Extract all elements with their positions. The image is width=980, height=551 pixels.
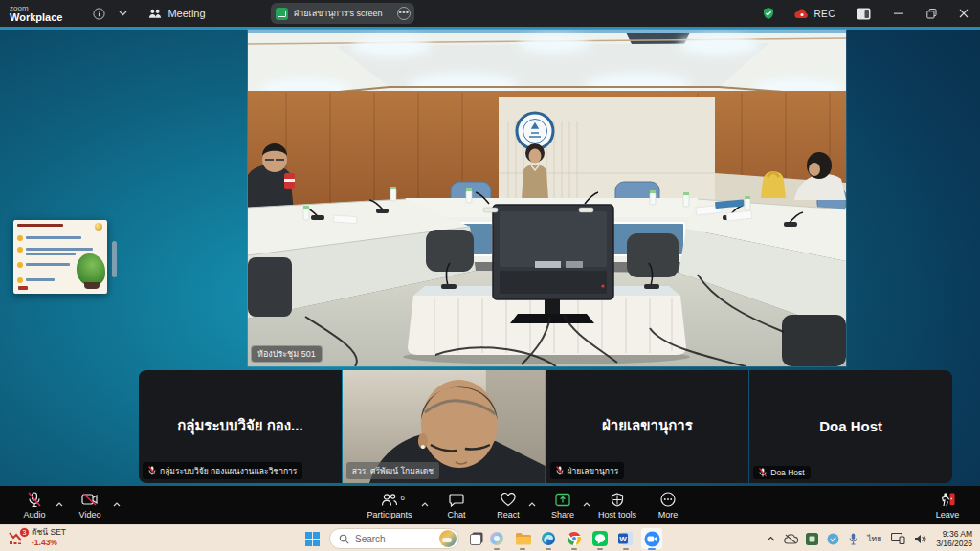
meeting-tab-label: Meeting — [167, 8, 205, 19]
widget-change: -1.43% — [32, 538, 66, 548]
thumb-plant-image — [77, 253, 105, 286]
info-icon[interactable] — [93, 8, 105, 20]
thumbnail-panel-handle[interactable] — [112, 241, 117, 277]
participant-name-pill: กลุ่มระบบวิจัย กองแผนงานและวิชาการ — [143, 462, 302, 479]
search-icon — [339, 534, 349, 544]
participant-display-name: Doa Host — [749, 418, 952, 434]
video-button[interactable]: Video — [68, 488, 112, 522]
line-app-icon[interactable] — [589, 527, 612, 550]
thumb-text-line — [26, 263, 70, 266]
more-button[interactable]: More — [647, 488, 689, 522]
participants-button[interactable]: 6 Participants — [359, 488, 420, 522]
share-screen-icon — [555, 491, 570, 508]
participant-name-pill: สวร. ศรีพัฒน์ โกมลเดช — [346, 462, 439, 479]
tray-app-green-icon[interactable] — [801, 533, 822, 545]
muted-mic-icon — [148, 466, 156, 475]
title-bar: zoom Workplace Meeting ฝ่ายเลขานุการ's s… — [0, 0, 980, 27]
more-ellipsis-icon — [660, 491, 676, 508]
react-options-chevron[interactable] — [528, 494, 536, 511]
close-button[interactable] — [947, 0, 980, 27]
shield-icon — [611, 491, 624, 508]
leave-door-icon — [940, 491, 956, 508]
pill-more-icon[interactable]: ••• — [397, 7, 411, 20]
zoom-workplace-logo: zoom Workplace — [10, 5, 62, 23]
tray-microphone-icon[interactable] — [843, 533, 862, 545]
participant-tile-speaker-video[interactable]: สวร. ศรีพัฒน์ โกมลเดช — [343, 370, 546, 483]
meeting-toolbar: Audio Video 6 Participants — [0, 486, 980, 524]
widget-badge: 3 — [19, 527, 30, 538]
participants-label: Participants — [367, 510, 412, 519]
participant-tile-doa-host[interactable]: Doa Host Doa Host — [749, 370, 952, 483]
participants-options-chevron[interactable] — [421, 494, 429, 511]
view-layout-icon[interactable] — [845, 0, 882, 27]
zoom-workplace-window: zoom Workplace Meeting ฝ่ายเลขานุการ's s… — [0, 0, 980, 551]
tray-time: 9:36 AM — [936, 529, 972, 539]
thumb-bullet — [17, 262, 23, 268]
host-tools-button[interactable]: Host tools — [586, 488, 649, 522]
recording-indicator[interactable]: REC — [785, 0, 845, 27]
participant-name-text: Doa Host — [770, 468, 804, 477]
participant-name-text: กลุ่มระบบวิจัย กองแผนงานและวิชาการ — [160, 464, 297, 477]
mic-muted-icon — [27, 491, 42, 508]
chat-label: Chat — [447, 510, 465, 519]
more-label: More — [658, 510, 679, 519]
tray-security-check-icon[interactable] — [822, 533, 843, 545]
participant-filmstrip: กลุ่มระบบวิจัย กอง... กลุ่มระบบวิจัย กอง… — [139, 370, 952, 483]
onedrive-paused-icon[interactable] — [780, 534, 801, 544]
share-label: Share — [551, 510, 574, 519]
minimize-button[interactable] — [882, 0, 915, 27]
participant-tile-research-group[interactable]: กลุ่มระบบวิจัย กอง... กลุ่มระบบวิจัย กอง… — [139, 370, 342, 483]
audio-button[interactable]: Audio — [12, 488, 56, 522]
encryption-shield-icon[interactable] — [752, 0, 785, 27]
video-label: Video — [79, 510, 101, 519]
tray-language-indicator[interactable]: ไทย — [862, 532, 886, 545]
shared-screen-video[interactable]: ห้องประชุม 501 — [248, 30, 846, 366]
participants-icon: 6 — [381, 491, 398, 508]
thumb-logo — [95, 223, 102, 231]
tray-volume-icon[interactable] — [909, 534, 930, 544]
react-button[interactable]: React — [487, 488, 529, 522]
taskbar-stock-widget[interactable]: 3 ดัชนี SET -1.43% — [8, 527, 66, 547]
audio-options-chevron[interactable] — [56, 494, 63, 511]
logo-line-workplace: Workplace — [10, 12, 62, 23]
svg-text:W: W — [619, 535, 627, 543]
presentation-thumbnail[interactable] — [13, 220, 107, 294]
zoom-app-icon[interactable] — [640, 527, 663, 550]
leave-label: Leave — [936, 510, 960, 519]
tray-clock[interactable]: 9:36 AM 3/16/2026 — [930, 529, 980, 548]
chrome-app-icon[interactable] — [563, 527, 586, 550]
word-app-icon[interactable]: W — [614, 527, 637, 550]
react-label: React — [497, 510, 520, 519]
heart-icon — [501, 491, 516, 508]
participant-tile-secretariat[interactable]: ฝ่ายเลขานุการ ฝ่ายเลขานุการ — [546, 370, 749, 483]
chat-button[interactable]: Chat — [435, 488, 478, 522]
copilot-app-icon[interactable] — [485, 527, 508, 550]
tab-meeting[interactable]: Meeting — [148, 8, 205, 19]
windows-taskbar: 3 ดัชนี SET -1.43% Search — [0, 524, 980, 551]
tray-cast-icon[interactable] — [886, 533, 909, 544]
screen-share-icon — [276, 8, 288, 20]
widget-title: ดัชนี SET — [32, 527, 66, 538]
chat-icon — [449, 491, 464, 508]
tray-date: 3/16/2026 — [936, 539, 972, 548]
share-button[interactable]: Share — [542, 488, 584, 522]
participant-name-text: ฝ่ายเลขานุการ — [568, 464, 619, 477]
thumb-text-line — [26, 236, 81, 239]
thumb-bullet — [17, 235, 23, 241]
restore-button[interactable] — [915, 0, 947, 27]
rec-label: REC — [813, 9, 835, 19]
conference-room-scene — [248, 30, 846, 366]
edge-app-icon[interactable] — [537, 527, 560, 550]
leave-button[interactable]: Leave — [924, 488, 970, 522]
start-button[interactable] — [301, 527, 323, 550]
file-explorer-app-icon[interactable] — [511, 527, 534, 550]
rec-cloud-icon — [794, 9, 810, 19]
taskbar-search[interactable]: Search — [329, 528, 459, 549]
chevron-down-icon[interactable] — [119, 11, 127, 16]
tray-show-hidden-icons[interactable] — [761, 536, 780, 541]
video-options-chevron[interactable] — [113, 494, 121, 511]
shared-screen-title: ฝ่ายเลขานุการ's screen — [294, 7, 397, 20]
participant-name-pill: ฝ่ายเลขานุการ — [550, 462, 625, 479]
thumb-title-line — [17, 224, 63, 227]
shared-screen-pill[interactable]: ฝ่ายเลขานุการ's screen ••• — [271, 3, 414, 24]
